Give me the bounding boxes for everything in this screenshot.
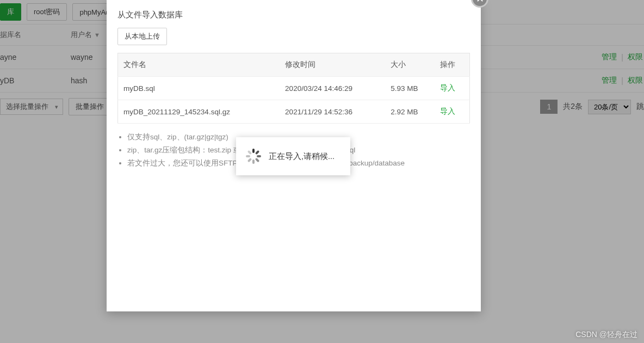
spinner-icon: [246, 149, 261, 164]
import-link[interactable]: 导入: [440, 107, 455, 115]
th-mtime: 修改时间: [280, 53, 385, 77]
file-row: myDB.sql 2020/03/24 14:46:29 5.93 MB 导入: [118, 77, 470, 100]
cell-size: 5.93 MB: [385, 77, 435, 100]
cell-size: 2.92 MB: [385, 100, 435, 124]
cell-filename: myDB.sql: [118, 77, 280, 100]
file-table: 文件名 修改时间 大小 操作 myDB.sql 2020/03/24 14:46…: [117, 53, 470, 124]
toast-text: 正在导入,请稍候...: [269, 151, 335, 162]
watermark: CSDN @轻舟在过: [575, 330, 637, 340]
loading-toast: 正在导入,请稍候...: [236, 137, 350, 175]
import-link[interactable]: 导入: [440, 84, 455, 92]
th-op: 操作: [435, 53, 470, 77]
cell-filename: myDB_20211129_145234.sql.gz: [118, 100, 280, 124]
th-filename: 文件名: [118, 53, 280, 77]
cell-mtime: 2020/03/24 14:46:29: [280, 77, 385, 100]
file-row: myDB_20211129_145234.sql.gz 2021/11/29 1…: [118, 100, 470, 124]
modal-title: 从文件导入数据库: [107, 0, 481, 28]
upload-local-button[interactable]: 从本地上传: [117, 28, 167, 45]
cell-mtime: 2021/11/29 14:52:36: [280, 100, 385, 124]
th-size: 大小: [385, 53, 435, 77]
